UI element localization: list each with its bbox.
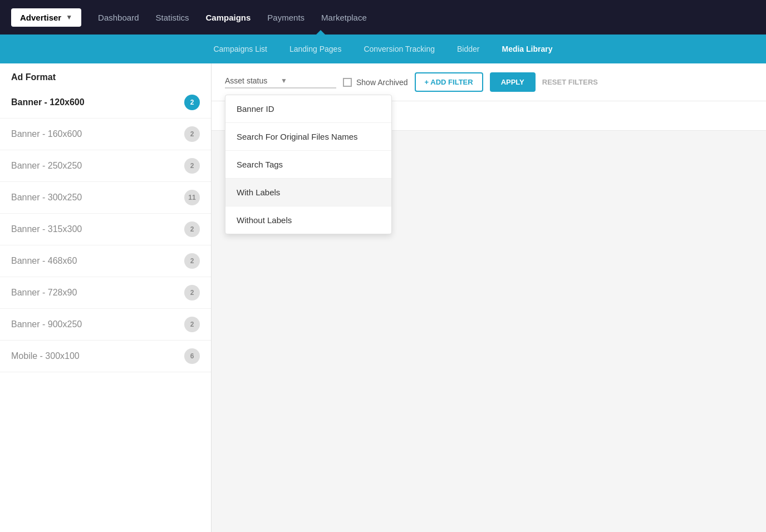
campaigns-caret (316, 30, 325, 35)
asset-status-select[interactable]: Asset status ▼ (225, 76, 336, 88)
ad-format-item[interactable]: Banner - 160x600 2 (0, 119, 211, 150)
ad-format-label: Banner - 315x300 (11, 224, 82, 234)
filter-dropdown-menu: Banner ID Search For Original Files Name… (225, 95, 392, 234)
ad-format-count: 2 (184, 95, 200, 110)
ad-format-list: Banner - 120x600 2 Banner - 160x600 2 Ba… (0, 87, 211, 372)
show-archived-text: Show Archived (356, 78, 408, 87)
dropdown-item-with-labels[interactable]: With Labels (225, 179, 391, 206)
subnav-campaigns-list[interactable]: Campaigns List (213, 45, 267, 53)
dropdown-item-without-labels[interactable]: Without Labels (225, 206, 391, 234)
show-archived-label[interactable]: Show Archived (343, 78, 408, 87)
ad-format-item[interactable]: Mobile - 300x100 6 (0, 341, 211, 372)
ad-format-count: 6 (184, 348, 200, 364)
ad-format-count: 2 (184, 221, 200, 237)
dropdown-item-banner-id[interactable]: Banner ID (225, 95, 391, 123)
filter-bar: Asset status ▼ Show Archived + ADD FILTE… (212, 63, 766, 101)
top-navigation: Advertiser ▼ Dashboard Statistics Campai… (0, 0, 766, 35)
ad-format-label: Banner - 468x60 (11, 256, 77, 266)
ad-format-item[interactable]: Banner - 315x300 2 (0, 214, 211, 245)
sub-navigation: Campaigns List Landing Pages Conversion … (0, 35, 766, 63)
ad-format-count: 2 (184, 253, 200, 269)
ad-format-item[interactable]: Banner - 120x600 2 (0, 87, 211, 119)
page-content: Ad Format Banner - 120x600 2 Banner - 16… (0, 63, 766, 532)
add-filter-button[interactable]: + ADD FILTER (415, 72, 483, 92)
show-archived-checkbox[interactable] (343, 78, 352, 87)
chevron-down-icon: ▼ (66, 13, 72, 21)
ad-format-count: 2 (184, 317, 200, 332)
top-nav-links: Dashboard Statistics Campaigns Payments … (98, 13, 367, 22)
ad-format-label: Banner - 900x250 (11, 319, 82, 329)
apply-button[interactable]: APPLY (490, 72, 536, 92)
ad-format-label: Banner - 250x250 (11, 161, 82, 171)
ad-format-count: 2 (184, 158, 200, 174)
ad-format-label: Banner - 300x250 (11, 193, 82, 203)
ad-format-item[interactable]: Banner - 728x90 2 (0, 277, 211, 309)
ad-format-label: Banner - 160x600 (11, 129, 82, 139)
subnav-bidder[interactable]: Bidder (457, 45, 479, 53)
dropdown-arrow-icon: ▼ (281, 77, 336, 85)
nav-link-dashboard[interactable]: Dashboard (98, 13, 139, 22)
ad-format-item[interactable]: Banner - 250x250 2 (0, 150, 211, 182)
ad-format-item[interactable]: Banner - 300x250 11 (0, 182, 211, 214)
dropdown-item-search-original-files[interactable]: Search For Original Files Names (225, 123, 391, 151)
ad-format-header: Ad Format (0, 63, 211, 87)
ad-format-label: Mobile - 300x100 (11, 351, 80, 361)
ad-format-label: Banner - 120x600 (11, 97, 85, 107)
main-area: Asset status ▼ Show Archived + ADD FILTE… (212, 63, 766, 532)
ad-format-count: 2 (184, 285, 200, 301)
nav-link-campaigns[interactable]: Campaigns (206, 13, 251, 22)
ad-format-count: 2 (184, 126, 200, 142)
asset-status-label: Asset status (225, 76, 281, 85)
subnav-landing-pages[interactable]: Landing Pages (289, 45, 341, 53)
dropdown-item-search-tags[interactable]: Search Tags (225, 151, 391, 179)
advertiser-label: Advertiser (20, 13, 61, 22)
ad-format-item[interactable]: Banner - 468x60 2 (0, 245, 211, 277)
reset-filters-button[interactable]: RESET FILTERS (542, 78, 598, 86)
subnav-conversion-tracking[interactable]: Conversion Tracking (364, 45, 435, 53)
advertiser-button[interactable]: Advertiser ▼ (11, 8, 81, 27)
ad-format-item[interactable]: Banner - 900x250 2 (0, 309, 211, 341)
subnav-media-library[interactable]: Media Library (502, 45, 552, 53)
ad-format-count: 11 (184, 190, 200, 205)
nav-link-statistics[interactable]: Statistics (155, 13, 189, 22)
ad-format-label: Banner - 728x90 (11, 288, 77, 298)
nav-link-marketplace[interactable]: Marketplace (321, 13, 367, 22)
sidebar: Ad Format Banner - 120x600 2 Banner - 16… (0, 63, 212, 532)
nav-link-payments[interactable]: Payments (267, 13, 305, 22)
